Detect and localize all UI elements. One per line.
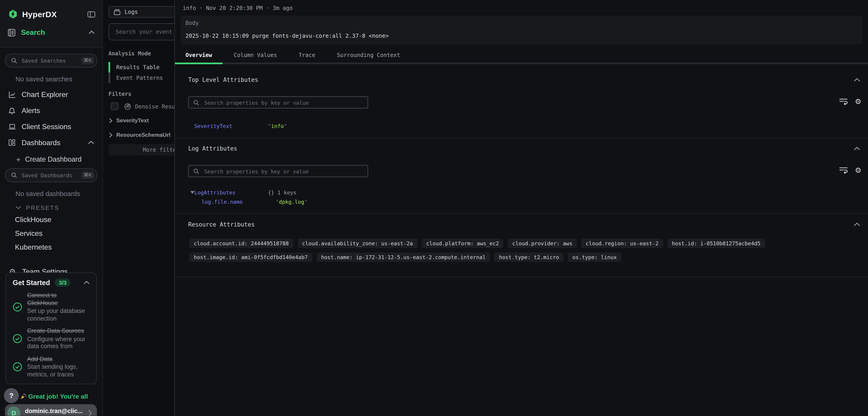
sidebar-item-clickhouse[interactable]: ClickHouse [5,212,97,226]
wrap-lines-icon[interactable] [839,98,848,105]
property-search-input[interactable] [203,99,363,106]
tab-column-values[interactable]: Column Values [234,52,277,58]
resource-badge[interactable]: cloud.availability_zone: us-east-2a [298,239,417,248]
body-card: Body 2025-10-22 10:15:09 purge fonts-dej… [180,16,862,45]
search-icon [193,99,199,106]
resource-badges-row: host.image.id: ami-0f5fcdfbd140e4ab7 hos… [189,252,860,262]
attribute-key[interactable]: SeverityText [194,123,268,129]
sidebar-header: HyperDX Search [0,0,102,48]
quote: " [276,199,279,205]
resource-badge[interactable]: cloud.account.id: 244449518788 [189,239,293,248]
progress-badge: 3/3 [55,278,70,287]
value-text: dpkg.log [279,199,304,205]
filter-group-resourceschemaurl[interactable]: ResourceSchemaUrl [109,132,170,138]
event-search-input[interactable] [115,28,174,35]
mode-results-table[interactable]: Results Table [108,62,174,72]
resource-badge[interactable]: os.type: linux [568,252,621,262]
event-header: info · Nov 20 2:20:30 PM · 3m ago [175,0,868,11]
tab-overview[interactable]: Overview [185,52,212,58]
chevron-right-icon [88,410,92,416]
wrap-lines-icon[interactable] [839,167,848,174]
body-value: 2025-10-22 10:15:09 purge fonts-dejavu-c… [185,33,857,39]
create-dashboard-label: Create Dashboard [25,155,82,163]
resource-badge[interactable]: cloud.platform: aws_ec2 [422,239,503,248]
sidebar-item-search[interactable]: Search [0,28,102,37]
filter-group-label: ResourceSchemaUrl [116,132,170,138]
chevron-up-icon[interactable] [854,78,860,82]
source-selector[interactable]: Logs [108,6,174,18]
preset-label: Kubernetes [15,243,52,251]
user-name: dominic.tran@clic... [25,408,83,414]
presets-toggle[interactable]: PRESETS [5,199,97,212]
section-log-attributes: Log Attributes ⚙ [175,138,868,214]
resource-badge[interactable]: cloud.region: us-east-2 [581,239,663,248]
gear-icon[interactable]: ⚙ [855,167,862,174]
congrats-text: Great job! You're all [28,393,88,400]
no-saved-searches-text: No saved searches [16,75,97,83]
help-button[interactable]: ? [4,388,19,403]
event-search-box[interactable] [108,23,174,40]
sidebar-item-services[interactable]: Services [5,227,97,240]
quote: " [268,123,271,129]
get-started-step-add-data[interactable]: Add Data Start sending logs, metrics, or… [13,355,90,378]
denoise-checkbox[interactable] [111,102,119,110]
avatar: D [7,407,21,416]
gear-icon[interactable]: ⚙ [855,98,862,105]
detail-tabs: Overview Column Values Trace Surrounding… [175,52,868,58]
sidebar-item-search-label: Search [21,28,45,37]
party-icon [20,393,26,400]
property-search-box[interactable] [188,96,368,109]
property-search-box[interactable] [188,165,368,177]
sidebar-item-label: Dashboards [22,138,61,147]
saved-dashboards-field[interactable] [21,172,81,179]
more-filters-button[interactable]: More filters [108,144,174,155]
attribute-key[interactable]: LogAttributes [194,189,268,196]
chevron-up-icon[interactable] [854,147,860,150]
preset-label: ClickHouse [15,215,51,224]
congrats-message: Great job! You're all [20,393,88,400]
attribute-value[interactable]: "dpkg.log" [276,199,307,205]
resource-badge[interactable]: host.type: t2.micro [495,252,563,262]
sidebar-item-label: Chart Explorer [22,90,68,98]
denoise-results-toggle[interactable]: Denoise Resul [111,102,175,110]
tab-trace[interactable]: Trace [299,52,315,58]
sidebar-item-label: Alerts [22,106,40,115]
chevron-up-icon[interactable] [84,281,90,285]
sidebar-item-kubernetes[interactable]: Kubernetes [5,240,97,254]
archive-box-icon [114,8,121,15]
sidebar-item-client-sessions[interactable]: Client Sessions [5,118,97,135]
saved-dashboards-input[interactable]: ⌘K [5,168,97,182]
collapse-triangle-icon[interactable] [190,191,194,194]
sidebar-item-alerts[interactable]: Alerts [5,102,97,118]
get-started-step-connect[interactable]: Connect to ClickHouse Set up your databa… [13,292,90,322]
mode-event-patterns[interactable]: Event Patterns [108,72,174,83]
property-search-input[interactable] [203,168,363,175]
attribute-value[interactable]: "info" [268,123,287,129]
resource-badge[interactable]: cloud.provider: aws [508,239,577,248]
mode-label: Event Patterns [116,75,163,81]
resource-badge[interactable]: host.id: i-0510b81275acbe4d5 [667,239,765,248]
create-dashboard-button[interactable]: + Create Dashboard [5,151,97,168]
saved-searches-input[interactable]: ⌘K [5,54,97,68]
step-subtitle: Configure where your data comes from [27,335,87,350]
section-resource-attributes: Resource Attributes cloud.account.id: 24… [175,214,868,277]
resource-badge[interactable]: host.image.id: ami-0f5fcdfbd140e4ab7 [189,252,312,262]
shortcut-badge: ⌘K [81,57,94,64]
get-started-step-sources[interactable]: Create Data Sources Configure where your… [13,327,90,350]
resource-badges-row: cloud.account.id: 244449518788 cloud.ava… [189,239,860,248]
step-title: Add Data [27,355,87,363]
check-circle-icon [13,334,22,344]
resource-badge[interactable]: host.name: ip-172-31-12-5.us-east-2.comp… [317,252,490,262]
analysis-mode-label: Analysis Mode [108,51,151,57]
chevron-up-icon[interactable] [854,222,860,226]
filter-group-severitytext[interactable]: SeverityText [109,117,149,123]
section-title: Top Level Attributes [188,77,258,83]
sidebar-item-chart-explorer[interactable]: Chart Explorer [5,86,97,102]
tab-surrounding-context[interactable]: Surrounding Context [337,52,400,58]
sidebar-item-dashboards[interactable]: Dashboards [5,135,97,151]
sidebar-collapse-icon[interactable] [88,11,95,18]
attribute-key[interactable]: log.file.name [202,199,276,205]
help-label: ? [9,391,13,400]
user-menu[interactable]: D dominic.tran@clic... dominic.tran@clic… [5,404,97,416]
saved-searches-field[interactable] [21,57,81,64]
